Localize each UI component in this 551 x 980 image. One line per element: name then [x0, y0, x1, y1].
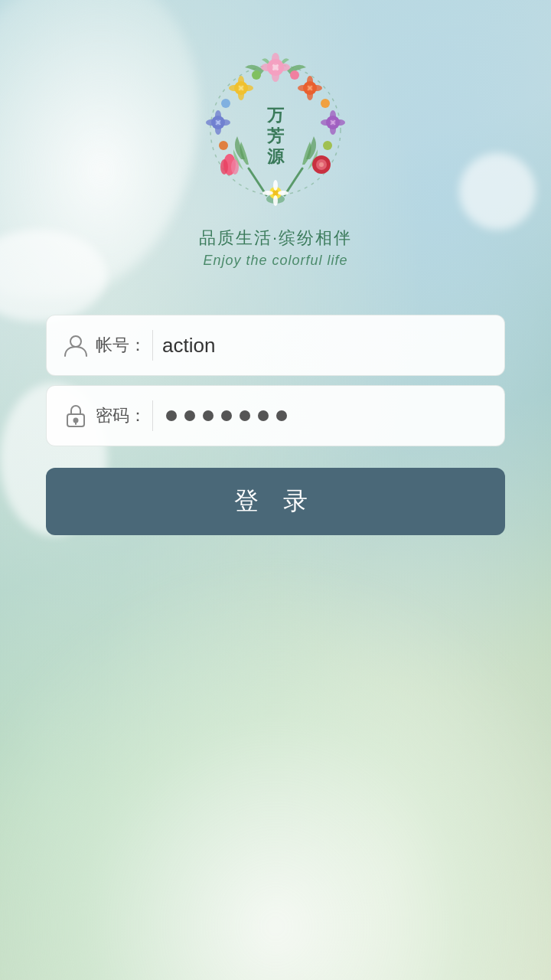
svg-point-12: [298, 85, 308, 91]
password-field-row: 密码：: [46, 385, 505, 446]
dot-6: [258, 410, 269, 421]
account-field-row: 帐号：: [46, 315, 505, 376]
logo-wreath: 万 芳 源: [191, 46, 360, 214]
svg-point-46: [321, 99, 330, 108]
svg-point-49: [219, 141, 228, 150]
svg-point-17: [238, 90, 244, 100]
svg-point-47: [221, 99, 230, 108]
main-content: 万 芳 源 品质生活·缤纷相伴 Enjoy the colorful life …: [0, 0, 551, 980]
svg-point-18: [229, 85, 240, 91]
password-dots-display: [162, 410, 492, 421]
svg-point-16: [238, 76, 244, 87]
svg-point-53: [70, 336, 81, 347]
svg-point-39: [272, 190, 279, 196]
dot-5: [240, 410, 250, 421]
svg-point-19: [243, 85, 253, 91]
svg-point-30: [206, 119, 217, 126]
svg-point-13: [311, 85, 322, 91]
svg-point-45: [252, 70, 261, 80]
svg-point-44: [290, 70, 299, 80]
dot-4: [221, 410, 232, 421]
account-input[interactable]: [162, 334, 492, 358]
password-divider: [152, 400, 153, 431]
svg-text:万: 万: [266, 106, 285, 125]
svg-point-43: [278, 191, 289, 195]
svg-point-23: [330, 124, 336, 135]
svg-point-10: [307, 76, 313, 87]
svg-point-6: [261, 64, 273, 71]
svg-point-5: [272, 70, 279, 82]
svg-point-22: [330, 110, 336, 121]
svg-text:源: 源: [267, 147, 285, 166]
lock-icon: [59, 399, 93, 433]
svg-point-29: [215, 124, 221, 135]
svg-point-11: [307, 90, 313, 100]
password-label: 密码：: [93, 404, 146, 427]
svg-point-41: [273, 195, 278, 206]
svg-point-28: [215, 110, 221, 121]
tagline-english: Enjoy the colorful life: [203, 253, 347, 269]
dot-1: [166, 410, 177, 421]
dot-7: [276, 410, 287, 421]
svg-point-25: [334, 119, 345, 126]
tagline-chinese: 品质生活·缤纷相伴: [199, 227, 352, 250]
user-icon: [59, 328, 93, 362]
dot-3: [203, 410, 214, 421]
dot-2: [184, 410, 195, 421]
svg-point-37: [231, 159, 239, 175]
login-form: 帐号： 密码：: [46, 315, 505, 535]
svg-point-31: [220, 119, 230, 126]
svg-text:芳: 芳: [266, 126, 285, 145]
account-divider: [152, 330, 153, 361]
svg-point-42: [262, 191, 273, 195]
svg-point-48: [323, 141, 332, 150]
login-button[interactable]: 登 录: [46, 468, 505, 535]
svg-point-34: [319, 162, 324, 167]
svg-point-24: [321, 119, 331, 126]
svg-point-4: [272, 53, 279, 65]
svg-point-7: [278, 64, 290, 71]
account-label: 帐号：: [93, 334, 146, 357]
logo-section: 万 芳 源 品质生活·缤纷相伴 Enjoy the colorful life: [191, 46, 360, 269]
svg-point-40: [273, 180, 278, 191]
svg-point-36: [220, 159, 228, 175]
